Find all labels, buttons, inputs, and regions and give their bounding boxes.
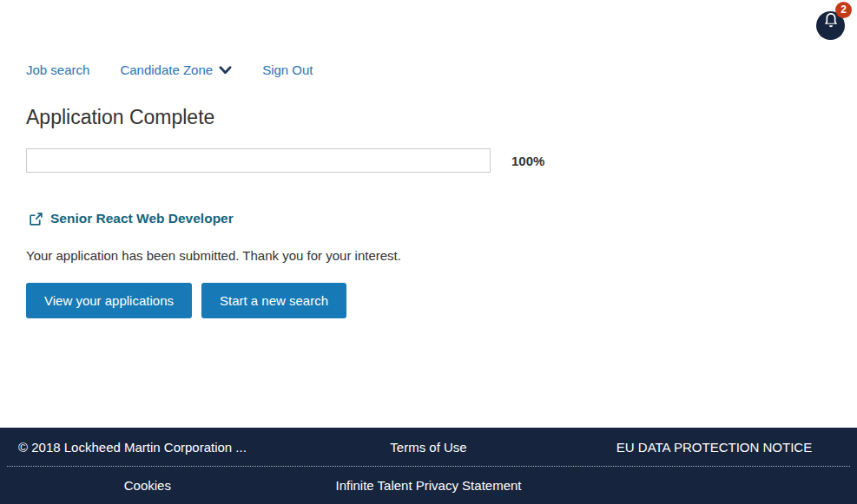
job-title-link[interactable]: Senior React Web Developer bbox=[50, 211, 234, 226]
footer-row-1: © 2018 Lockheed Martin Corporation ... T… bbox=[0, 428, 857, 466]
start-new-search-button[interactable]: Start a new search bbox=[201, 283, 346, 318]
nav-candidate-zone[interactable]: Candidate Zone bbox=[120, 62, 232, 78]
job-link-row[interactable]: Senior React Web Developer bbox=[29, 211, 234, 226]
notifications-button[interactable]: 2 bbox=[816, 7, 845, 36]
action-buttons: View your applications Start a new searc… bbox=[26, 283, 346, 318]
external-link-icon bbox=[29, 212, 43, 226]
page-title: Application Complete bbox=[26, 106, 214, 129]
footer-row-2: Cookies Infinite Talent Privacy Statemen… bbox=[7, 466, 850, 504]
chevron-down-icon bbox=[219, 63, 232, 78]
eu-data-protection-link[interactable]: EU DATA PROTECTION NOTICE bbox=[571, 440, 857, 455]
progress-percent: 100% bbox=[511, 154, 544, 168]
privacy-statement-link[interactable]: Infinite Talent Privacy Statement bbox=[288, 478, 570, 493]
view-applications-button[interactable]: View your applications bbox=[26, 283, 192, 318]
notification-count-badge: 2 bbox=[835, 2, 852, 18]
cookies-link[interactable]: Cookies bbox=[7, 478, 288, 493]
copyright-text: © 2018 Lockheed Martin Corporation ... bbox=[0, 440, 286, 455]
application-complete-page: 2 Job search Candidate Zone Sign Out App… bbox=[0, 0, 857, 504]
confirmation-message: Your application has been submitted. Tha… bbox=[26, 248, 401, 263]
progress-section: 100% bbox=[26, 148, 544, 173]
nav-job-search[interactable]: Job search bbox=[26, 62, 89, 77]
terms-of-use-link[interactable]: Terms of Use bbox=[286, 440, 571, 455]
nav-sign-out[interactable]: Sign Out bbox=[262, 62, 313, 77]
progress-bar bbox=[26, 148, 491, 173]
nav-candidate-zone-label: Candidate Zone bbox=[120, 62, 213, 77]
footer: © 2018 Lockheed Martin Corporation ... T… bbox=[0, 428, 857, 504]
main-nav: Job search Candidate Zone Sign Out bbox=[26, 62, 313, 78]
